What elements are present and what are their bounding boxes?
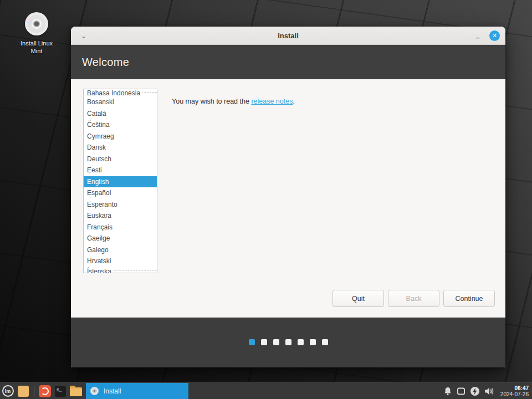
language-row[interactable]: Dansk <box>84 142 157 154</box>
volume-icon[interactable] <box>484 386 495 396</box>
desktop-icon-install-linux-mint[interactable]: Install Linux Mint <box>13 12 60 55</box>
folder-icon <box>70 387 82 396</box>
firefox-icon <box>39 385 51 397</box>
taskbar-separator <box>34 386 34 397</box>
firefox-launcher[interactable] <box>37 383 53 399</box>
page-content: Bahasa IndonesiaBosanskiCatalàČeštinaCym… <box>71 79 505 318</box>
titlebar: ⌄ Install – ✕ <box>71 27 505 45</box>
removable-media-icon[interactable] <box>456 386 466 396</box>
language-list[interactable]: Bahasa IndonesiaBosanskiCatalàČeštinaCym… <box>83 89 157 273</box>
progress-dot <box>298 339 304 345</box>
taskbar-window-button-label: Install <box>104 387 121 395</box>
close-button[interactable]: ✕ <box>489 30 500 41</box>
clock-time: 06:47 <box>500 385 529 391</box>
desktop-icon-label: Install Linux Mint <box>13 39 60 55</box>
quit-button[interactable]: Quit <box>332 290 384 307</box>
taskbar: lm $_ Install 06:47 <box>0 382 532 399</box>
clock-date: 2024-07-26 <box>500 391 529 397</box>
terminal-icon: $_ <box>54 385 66 397</box>
system-tray: 06:47 2024-07-26 <box>443 385 532 397</box>
install-cd-icon <box>90 387 99 395</box>
taskbar-window-button-install[interactable]: Install <box>86 383 188 399</box>
language-row[interactable]: Hrvatski <box>84 255 157 267</box>
language-row-partial[interactable]: Íslenska <box>84 267 157 273</box>
progress-dot <box>249 339 255 345</box>
progress-dot <box>322 339 328 345</box>
wizard-buttons: Quit Back Continue <box>332 290 495 307</box>
power-battery-icon[interactable] <box>469 386 480 397</box>
terminal-launcher[interactable]: $_ <box>53 383 68 399</box>
language-row-selected[interactable]: English <box>84 176 157 188</box>
minimize-button[interactable]: – <box>473 30 483 40</box>
progress-dots <box>71 339 505 345</box>
wizard-footer <box>71 318 505 367</box>
window-title: Install <box>71 32 505 40</box>
language-row[interactable]: Cymraeg <box>84 131 157 142</box>
continue-button[interactable]: Continue <box>443 290 495 307</box>
language-row[interactable]: Galego <box>84 244 157 256</box>
language-row[interactable]: Bosanski <box>84 96 157 108</box>
progress-dot <box>310 339 316 345</box>
language-row[interactable]: Eesti <box>84 165 157 176</box>
page-title: Welcome <box>82 56 129 69</box>
language-row[interactable]: Euskara <box>84 210 157 222</box>
mint-menu-button[interactable]: lm <box>0 383 16 399</box>
installer-window: ⌄ Install – ✕ Welcome Bahasa IndonesiaBo… <box>71 27 505 367</box>
progress-dot <box>261 339 267 345</box>
mint-logo-icon: lm <box>2 385 14 397</box>
language-row[interactable]: Català <box>84 108 157 120</box>
window-menu-chevron-icon[interactable]: ⌄ <box>75 29 92 42</box>
progress-dot <box>285 339 291 345</box>
cd-disc-icon <box>25 12 48 35</box>
files-launcher[interactable] <box>68 383 84 399</box>
page-header: Welcome <box>71 45 505 79</box>
release-notes-text: You may wish to read the release notes. <box>172 98 295 105</box>
progress-dot <box>273 339 279 345</box>
language-row[interactable]: Deutsch <box>84 154 157 165</box>
notifications-bell-icon[interactable] <box>443 386 453 396</box>
show-desktop-button[interactable] <box>16 383 31 399</box>
language-row[interactable]: Français <box>84 222 157 233</box>
language-row-partial[interactable]: Bahasa Indonesia <box>84 89 157 96</box>
language-row[interactable]: Esperanto <box>84 199 157 211</box>
back-button[interactable]: Back <box>388 290 439 307</box>
language-row[interactable]: Español <box>84 187 157 199</box>
language-row[interactable]: Gaeilge <box>84 233 157 244</box>
show-desktop-icon <box>18 386 29 397</box>
clock[interactable]: 06:47 2024-07-26 <box>500 385 529 397</box>
language-row[interactable]: Čeština <box>84 119 157 131</box>
release-notes-link[interactable]: release notes <box>251 98 293 105</box>
